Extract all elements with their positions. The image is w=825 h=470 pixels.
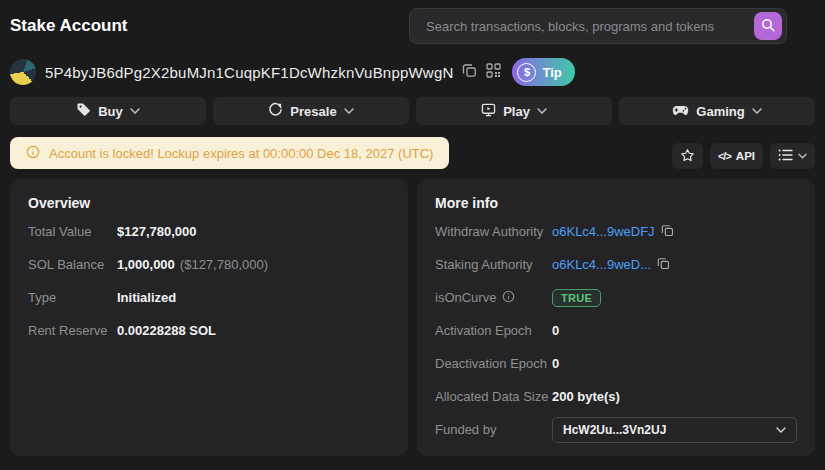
list-icon xyxy=(778,149,793,163)
chevron-down-icon xyxy=(752,108,762,114)
allocated-data-size-value: 200 byte(s) xyxy=(552,389,620,404)
account-toolbar: </> API xyxy=(672,143,815,169)
api-button[interactable]: </> API xyxy=(710,143,763,169)
info-icon xyxy=(502,290,515,306)
account-address: 5P4byJB6dPg2X2buMJn1CuqpKF1DcWhzknVuBnpp… xyxy=(45,64,453,81)
copy-icon xyxy=(462,63,477,81)
rent-reserve-label: Rent Reserve xyxy=(28,323,117,338)
copy-staking-authority-button[interactable] xyxy=(657,257,670,273)
presale-button[interactable]: Presale xyxy=(213,97,409,125)
withdraw-authority-label: Withdraw Authority xyxy=(435,224,552,239)
sol-balance-usd: ($127,780,000) xyxy=(180,257,268,272)
api-button-label: API xyxy=(736,150,755,162)
deactivation-epoch-label: Deactivation Epoch xyxy=(435,356,552,371)
allocated-data-size-row: Allocated Data Size 200 byte(s) xyxy=(435,380,797,413)
alert-toolbar-row: Account is locked! Lockup expires at 00:… xyxy=(10,137,815,169)
more-info-card-title: More info xyxy=(435,191,797,215)
is-on-curve-label-text: isOnCurve xyxy=(435,290,496,305)
staking-authority-row: Staking Authority o6KLc4...9weD... xyxy=(435,248,797,281)
allocated-data-size-label: Allocated Data Size xyxy=(435,389,552,404)
withdraw-authority-row: Withdraw Authority o6KLc4...9weDFJ xyxy=(435,215,797,248)
sol-balance-row: SOL Balance 1,000,000 ($127,780,000) xyxy=(28,248,390,281)
favorite-button[interactable] xyxy=(672,143,703,169)
copy-address-button[interactable] xyxy=(462,63,477,81)
chevron-down-icon xyxy=(344,108,354,114)
account-avatar xyxy=(10,59,36,85)
buy-button-label: Buy xyxy=(98,104,123,119)
activation-epoch-row: Activation Epoch 0 xyxy=(435,314,797,347)
withdraw-authority-link[interactable]: o6KLc4...9weDFJ xyxy=(552,224,655,239)
activation-epoch-label: Activation Epoch xyxy=(435,323,552,338)
account-address-row: 5P4byJB6dPg2X2buMJn1CuqpKF1DcWhzknVuBnpp… xyxy=(10,58,815,86)
stake-account-page: Stake Account 5P4byJB6dPg2X2buMJn1CuqpKF… xyxy=(0,0,825,470)
deactivation-epoch-value: 0 xyxy=(552,356,559,371)
search-button[interactable] xyxy=(754,12,782,40)
search-icon xyxy=(761,18,775,35)
page-title: Stake Account xyxy=(10,16,127,36)
overview-card: Overview Total Value $127,780,000 SOL Ba… xyxy=(10,179,408,456)
chevron-down-icon xyxy=(537,108,547,114)
rent-reserve-row: Rent Reserve 0.00228288 SOL xyxy=(28,314,390,347)
search-bar xyxy=(409,8,787,44)
funded-by-dropdown[interactable]: HcW2Uu...3Vn2UJ xyxy=(552,417,797,443)
dollar-coin-icon: $ xyxy=(517,63,536,82)
search-input[interactable] xyxy=(424,18,754,35)
sol-balance-value: 1,000,000 xyxy=(117,257,175,272)
copy-withdraw-authority-button[interactable] xyxy=(661,224,674,240)
info-icon xyxy=(26,145,40,162)
chevron-down-icon xyxy=(776,427,786,433)
star-icon xyxy=(680,148,695,165)
type-value: Initialized xyxy=(117,290,176,305)
more-info-card: More info Withdraw Authority o6KLc4...9w… xyxy=(417,179,815,456)
presale-button-label: Presale xyxy=(290,104,336,119)
tag-icon xyxy=(76,102,91,120)
copy-icon xyxy=(657,257,670,273)
is-on-curve-badge: TRUE xyxy=(552,289,601,307)
type-row: Type Initialized xyxy=(28,281,390,314)
gaming-button[interactable]: Gaming xyxy=(619,97,815,125)
activation-epoch-value: 0 xyxy=(552,323,559,338)
monitor-icon xyxy=(481,103,496,120)
total-value: $127,780,000 xyxy=(117,224,197,239)
type-label: Type xyxy=(28,290,117,305)
is-on-curve-label: isOnCurve xyxy=(435,290,552,306)
play-button-label: Play xyxy=(503,104,530,119)
buy-button[interactable]: Buy xyxy=(10,97,206,125)
header: Stake Account xyxy=(0,0,825,44)
staking-authority-label: Staking Authority xyxy=(435,257,552,272)
overview-card-title: Overview xyxy=(28,191,390,215)
qr-code-icon xyxy=(486,63,501,81)
promo-nav-row: Buy Presale Play xyxy=(10,97,815,125)
pie-dots-icon xyxy=(268,102,283,120)
sol-balance-label: SOL Balance xyxy=(28,257,117,272)
chevron-down-icon xyxy=(130,108,140,114)
code-icon: </> xyxy=(718,150,731,162)
tip-button[interactable]: $ Tip xyxy=(512,58,574,86)
total-value-label: Total Value xyxy=(28,224,117,239)
cards-row: Overview Total Value $127,780,000 SOL Ba… xyxy=(10,179,815,456)
copy-icon xyxy=(661,224,674,240)
gamepad-icon xyxy=(672,104,689,119)
qr-code-button[interactable] xyxy=(486,63,501,81)
list-menu-button[interactable] xyxy=(770,143,815,169)
tip-button-label: Tip xyxy=(542,65,561,80)
staking-authority-link[interactable]: o6KLc4...9weD... xyxy=(552,257,651,272)
funded-by-row: Funded by HcW2Uu...3Vn2UJ xyxy=(435,413,797,446)
rent-reserve-value: 0.00228288 SOL xyxy=(117,323,216,338)
funded-by-selected-value: HcW2Uu...3Vn2UJ xyxy=(563,423,666,437)
deactivation-epoch-row: Deactivation Epoch 0 xyxy=(435,347,797,380)
chevron-down-icon xyxy=(798,153,807,159)
total-value-row: Total Value $127,780,000 xyxy=(28,215,390,248)
lockup-alert-banner: Account is locked! Lockup expires at 00:… xyxy=(10,137,449,169)
play-button[interactable]: Play xyxy=(416,97,612,125)
lockup-alert-text: Account is locked! Lockup expires at 00:… xyxy=(49,146,433,161)
gaming-button-label: Gaming xyxy=(696,104,744,119)
funded-by-label: Funded by xyxy=(435,422,552,437)
is-on-curve-row: isOnCurve TRUE xyxy=(435,281,797,314)
